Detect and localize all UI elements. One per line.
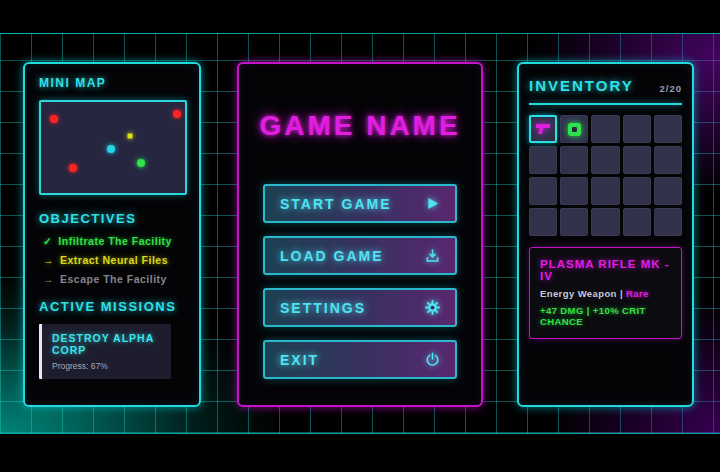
start-game-label: START GAME <box>280 196 392 212</box>
inventory-slot[interactable] <box>560 177 588 205</box>
inventory-slot[interactable] <box>654 115 682 143</box>
inventory-grid <box>529 115 682 236</box>
objective-label: Infiltrate The Facility <box>58 235 172 247</box>
inventory-slot[interactable] <box>560 208 588 236</box>
inventory-slot[interactable] <box>591 177 619 205</box>
objective-item: → Escape The Facility <box>43 273 185 285</box>
objectives-list: ✓ Infiltrate The Facility → Extract Neur… <box>43 235 185 285</box>
inventory-slot[interactable] <box>591 208 619 236</box>
inventory-slot[interactable] <box>654 177 682 205</box>
objective-label: Escape The Facility <box>60 273 167 285</box>
start-game-button[interactable]: START GAME <box>263 184 457 223</box>
objective-label: Extract Neural Files <box>60 254 168 266</box>
inventory-slot[interactable] <box>623 208 651 236</box>
chip-icon <box>568 123 581 136</box>
inventory-header: INVENTORY 2/20 <box>529 77 682 94</box>
inventory-slot[interactable] <box>529 177 557 205</box>
inventory-slot[interactable] <box>591 146 619 174</box>
ally-dot <box>137 159 145 167</box>
inventory-slot[interactable] <box>560 146 588 174</box>
menu-button-list: START GAME LOAD GAME SETTINGS <box>263 184 457 379</box>
inventory-slot[interactable] <box>654 146 682 174</box>
gear-icon <box>425 300 440 315</box>
inventory-slot[interactable] <box>560 115 588 143</box>
item-name: PLASMA RIFLE MK - IV <box>540 258 671 282</box>
item-type: Energy Weapon | Rare <box>540 288 671 299</box>
player-dot <box>107 145 115 153</box>
minimap-panel: MINI MAP OBJECTIVES ✓ Infiltrate The Fac… <box>23 62 201 407</box>
item-type-label: Energy Weapon <box>540 288 617 299</box>
item-rarity-badge: Rare <box>626 288 649 299</box>
inventory-slot[interactable] <box>529 115 557 143</box>
inventory-slot[interactable] <box>623 115 651 143</box>
enemy-dot <box>173 110 181 118</box>
objective-item: ✓ Infiltrate The Facility <box>43 235 185 247</box>
inventory-count: 2/20 <box>660 83 683 94</box>
inventory-slot[interactable] <box>623 177 651 205</box>
objective-item: → Extract Neural Files <box>43 254 185 266</box>
minimap-title: MINI MAP <box>39 76 185 90</box>
mission-name: DESTROY ALPHA CORP <box>52 332 161 356</box>
minimap-display <box>39 100 187 195</box>
game-title: GAME NAME <box>239 110 481 142</box>
exit-button[interactable]: EXIT <box>263 340 457 379</box>
inventory-slot[interactable] <box>623 146 651 174</box>
play-icon <box>425 196 440 211</box>
settings-label: SETTINGS <box>280 300 366 316</box>
settings-button[interactable]: SETTINGS <box>263 288 457 327</box>
arrow-icon: → <box>43 254 54 266</box>
inventory-slot[interactable] <box>591 115 619 143</box>
enemy-dot <box>69 164 77 172</box>
inventory-title: INVENTORY <box>529 77 634 94</box>
mission-progress: Progress: 67% <box>52 361 161 371</box>
arrow-icon: → <box>43 273 54 285</box>
inventory-slot[interactable] <box>654 208 682 236</box>
inventory-panel: INVENTORY 2/20 PLASMA RIFLE MK - IV Ener… <box>517 62 694 407</box>
load-game-button[interactable]: LOAD GAME <box>263 236 457 275</box>
mission-card[interactable]: DESTROY ALPHA CORP Progress: 67% <box>39 324 171 379</box>
main-menu-panel: GAME NAME START GAME LOAD GAME SETTINGS <box>237 62 483 407</box>
game-menu-screen: MINI MAP OBJECTIVES ✓ Infiltrate The Fac… <box>0 0 720 472</box>
item-details-panel: PLASMA RIFLE MK - IV Energy Weapon | Rar… <box>529 247 682 339</box>
enemy-dot <box>50 115 58 123</box>
pistol-icon <box>535 123 551 135</box>
pickup-dot <box>128 134 133 139</box>
inventory-divider <box>529 103 682 105</box>
power-icon <box>425 352 440 367</box>
chip-hole <box>572 127 577 132</box>
check-icon: ✓ <box>43 235 52 247</box>
inventory-slot[interactable] <box>529 208 557 236</box>
download-icon <box>425 248 440 263</box>
active-missions-title: ACTIVE MISSIONS <box>39 299 185 314</box>
load-game-label: LOAD GAME <box>280 248 384 264</box>
inventory-slot[interactable] <box>529 146 557 174</box>
exit-label: EXIT <box>280 352 319 368</box>
objectives-title: OBJECTIVES <box>39 211 185 226</box>
item-stats: +47 DMG | +10% CRIT CHANCE <box>540 305 671 327</box>
